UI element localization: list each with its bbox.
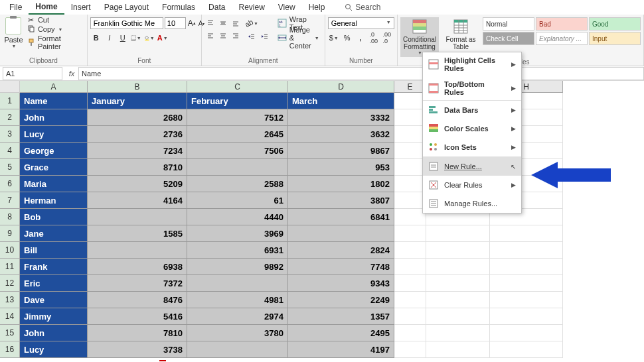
font-color-button[interactable]: A ▼ [157,32,169,44]
cell[interactable] [394,159,426,176]
cell[interactable]: 1802 [288,176,394,192]
cell[interactable] [88,242,187,259]
cell[interactable] [394,275,426,292]
cell[interactable]: 5209 [88,176,187,192]
row-header[interactable]: 13 [0,292,20,308]
style-input[interactable]: Input [589,32,641,45]
cell[interactable] [426,292,490,308]
cell[interactable] [426,308,490,325]
cell[interactable]: 7506 [187,143,288,159]
cell[interactable] [394,109,426,126]
row-header[interactable]: 8 [0,209,20,225]
align-center-button[interactable] [217,30,229,42]
cell[interactable]: 1357 [288,308,394,325]
merge-center-button[interactable]: Merge & Center▼ [275,32,322,44]
increase-font-button[interactable]: A▴ [187,17,197,29]
cell[interactable] [426,242,490,259]
cell[interactable]: February [187,93,288,109]
style-explanatory[interactable]: Explanatory ... [536,32,588,45]
row-header[interactable]: 16 [0,341,20,358]
name-box[interactable]: A1 [3,67,62,80]
cell[interactable]: Eric [20,275,88,292]
cf-color-scales[interactable]: Color Scales ▶ [423,119,521,138]
cell[interactable] [394,192,426,209]
select-all-corner[interactable] [0,81,20,93]
cell[interactable]: 2824 [288,242,394,259]
cell[interactable]: John [20,109,88,126]
cell[interactable] [394,259,426,275]
cell[interactable]: 2495 [288,325,394,341]
cell[interactable] [490,292,563,308]
cell[interactable] [394,143,426,159]
cell[interactable] [187,159,288,176]
tab-help[interactable]: Help [302,1,332,14]
tab-file[interactable]: File [3,1,29,14]
cell[interactable]: 9892 [187,259,288,275]
cell[interactable] [394,225,426,242]
cell[interactable]: 2736 [88,126,187,143]
cell[interactable] [394,292,426,308]
cell[interactable] [394,242,426,259]
bold-button[interactable]: B [90,32,102,44]
cell[interactable]: 6841 [288,209,394,225]
cell[interactable] [426,325,490,341]
cell[interactable] [288,225,394,242]
cell[interactable]: 2249 [288,292,394,308]
cell[interactable]: 8476 [88,292,187,308]
cell[interactable]: 2645 [187,126,288,143]
underline-button[interactable]: U [117,32,129,44]
cell[interactable]: 6931 [187,242,288,259]
cf-data-bars[interactable]: Data Bars ▶ [423,101,521,119]
cell[interactable]: 3969 [187,225,288,242]
search-box[interactable]: Search [345,3,380,12]
row-header[interactable]: 1 [0,93,20,109]
row-header[interactable]: 2 [0,109,20,126]
row-header[interactable]: 15 [0,325,20,341]
row-header[interactable]: 9 [0,225,20,242]
row-header[interactable]: 4 [0,143,20,159]
cell[interactable]: Grace [20,159,88,176]
cell[interactable] [394,325,426,341]
cut-button[interactable]: ✂ Cut [27,16,84,24]
font-family-input[interactable] [90,17,163,29]
cell[interactable]: 4981 [187,292,288,308]
cell[interactable]: January [88,93,187,109]
cell[interactable] [426,259,490,275]
style-check-cell[interactable]: Check Cell [483,32,534,45]
decrease-decimal-button[interactable]: .00.0 [381,32,393,44]
format-as-table-button[interactable]: Format as Table▼ [442,17,480,57]
cell[interactable]: 8710 [88,159,187,176]
conditional-formatting-button[interactable]: Conditional Formatting▼ [400,17,439,57]
cell[interactable] [490,341,563,358]
cell[interactable]: 7748 [288,259,394,275]
cell[interactable]: 7512 [187,109,288,126]
cell[interactable] [490,242,563,259]
align-bottom-button[interactable] [230,17,242,29]
increase-decimal-button[interactable]: .0.00 [368,32,380,44]
row-header[interactable]: 3 [0,126,20,143]
cell[interactable]: Name [20,93,88,109]
cell[interactable]: 4197 [288,341,394,358]
cell[interactable]: 9867 [288,143,394,159]
cell[interactable] [394,341,426,358]
cell[interactable] [187,341,288,358]
cell[interactable] [394,126,426,143]
col-header-a[interactable]: A [20,81,88,93]
col-header-e[interactable]: E [394,81,426,93]
paste-button[interactable]: Paste ▼ [3,16,25,48]
cell[interactable]: 9343 [288,275,394,292]
col-header-d[interactable]: D [288,81,394,93]
cell[interactable] [394,176,426,192]
comma-format-button[interactable]: , [355,32,366,44]
tab-review[interactable]: Review [232,1,271,14]
decrease-indent-button[interactable] [246,30,258,42]
fill-color-button[interactable]: ▼ [143,32,155,44]
cell[interactable]: 2680 [88,109,187,126]
cell[interactable]: 7234 [88,143,187,159]
cf-top-bottom[interactable]: Top/Bottom Rules ▶ [423,76,521,101]
cell[interactable] [394,93,426,109]
fx-button[interactable]: fx [65,70,78,78]
cell[interactable] [426,225,490,242]
cell[interactable]: Lucy [20,126,88,143]
cell[interactable] [88,209,187,225]
